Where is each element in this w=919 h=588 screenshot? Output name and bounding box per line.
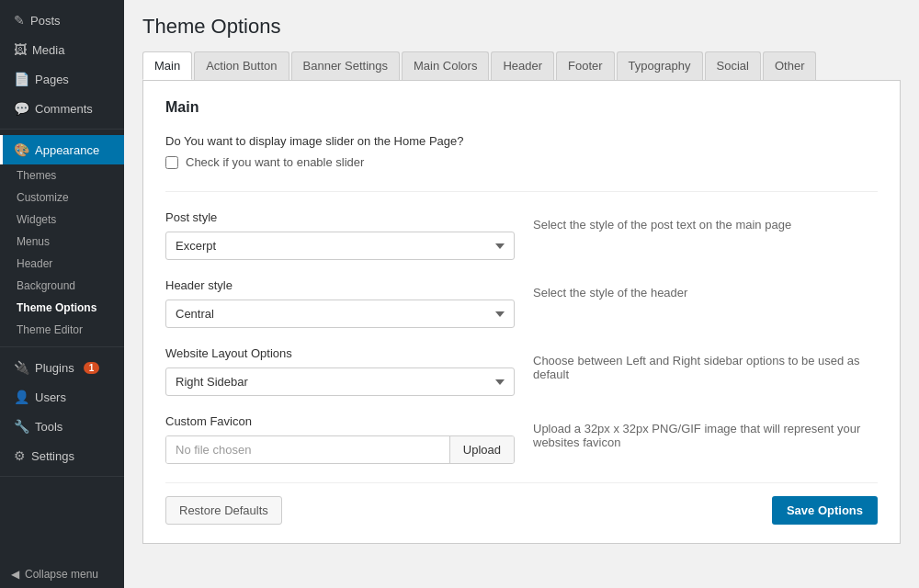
tab-action-button[interactable]: Action Button: [194, 51, 289, 80]
plugins-badge: 1: [84, 362, 100, 374]
layout-select[interactable]: Right Sidebar Left Sidebar Full Width: [165, 368, 515, 396]
tab-footer[interactable]: Footer: [556, 51, 615, 80]
sidebar-sub-customize[interactable]: Customize: [0, 187, 124, 209]
sidebar-item-media[interactable]: 🖼 Media: [0, 35, 124, 64]
header-style-row: Header style Central Left Aligned Right …: [165, 278, 878, 328]
slider-checkbox-row: Check if you want to enable slider: [165, 155, 878, 169]
sidebar-item-label: Appearance: [35, 143, 99, 157]
favicon-label: Custom Favicon: [165, 414, 515, 428]
page-title: Theme Options: [142, 15, 901, 39]
layout-description: Choose between Left and Right sidebar op…: [533, 346, 878, 381]
sidebar-item-users[interactable]: 👤 Users: [0, 382, 124, 412]
favicon-description: Upload a 32px x 32px PNG/GIF image that …: [533, 414, 878, 449]
sidebar-plugins-section: 🔌 Plugins 1 👤 Users 🔧 Tools ⚙ Settings: [0, 347, 124, 477]
comments-icon: 💬: [14, 101, 29, 116]
post-style-select[interactable]: Excerpt Full Post Summary: [165, 232, 515, 260]
slider-checkbox-label[interactable]: Check if you want to enable slider: [186, 155, 364, 169]
layout-row: Website Layout Options Right Sidebar Lef…: [165, 346, 878, 396]
sidebar-item-posts[interactable]: ✎ Posts: [0, 6, 124, 35]
sidebar-item-appearance[interactable]: 🎨 Appearance: [0, 135, 124, 164]
divider-1: [165, 191, 878, 192]
favicon-col: Custom Favicon No file chosen Upload: [165, 414, 515, 464]
appearance-icon: 🎨: [14, 142, 29, 157]
collapse-arrow-icon: ◀: [11, 568, 19, 581]
sidebar-item-settings[interactable]: ⚙ Settings: [0, 441, 124, 470]
post-style-row: Post style Excerpt Full Post Summary Sel…: [165, 210, 878, 260]
header-style-col: Header style Central Left Aligned Right …: [165, 278, 515, 328]
file-upload-text: No file chosen: [166, 436, 449, 463]
sidebar-item-label: Media: [32, 43, 64, 57]
sidebar: ✎ Posts 🖼 Media 📄 Pages 💬 Comments 🎨 App…: [0, 0, 124, 588]
collapse-menu-button[interactable]: ◀ Collapse menu: [0, 560, 124, 588]
sidebar-nav: ✎ Posts 🖼 Media 📄 Pages 💬 Comments: [0, 0, 124, 130]
sidebar-sub-widgets[interactable]: Widgets: [0, 209, 124, 231]
tab-main[interactable]: Main: [142, 51, 192, 80]
pages-icon: 📄: [14, 72, 29, 86]
sidebar-appearance-section: 🎨 Appearance Themes Customize Widgets Me…: [0, 130, 124, 347]
post-style-description: Select the style of the post text on the…: [533, 210, 878, 232]
sidebar-item-label: Tools: [35, 420, 62, 434]
tab-social[interactable]: Social: [705, 51, 761, 80]
main-content: Theme Options Main Action Button Banner …: [124, 0, 919, 588]
sidebar-sub-menus[interactable]: Menus: [0, 231, 124, 253]
users-icon: 👤: [14, 390, 29, 404]
layout-col: Website Layout Options Right Sidebar Lef…: [165, 346, 515, 396]
sidebar-sub-theme-options[interactable]: Theme Options: [0, 297, 124, 319]
sidebar-item-label: Settings: [31, 449, 74, 463]
card-title: Main: [165, 99, 878, 116]
sidebar-item-plugins[interactable]: 🔌 Plugins 1: [0, 353, 124, 382]
save-options-button[interactable]: Save Options: [772, 496, 878, 525]
sidebar-sub-header[interactable]: Header: [0, 253, 124, 275]
plugins-icon: 🔌: [14, 360, 29, 375]
sidebar-item-label: Users: [35, 390, 66, 404]
collapse-menu-label: Collapse menu: [25, 568, 98, 581]
header-style-label: Header style: [165, 278, 515, 292]
header-style-description: Select the style of the header: [533, 278, 878, 300]
layout-label: Website Layout Options: [165, 346, 515, 360]
tab-typography[interactable]: Typography: [617, 51, 703, 80]
post-style-label: Post style: [165, 210, 515, 224]
favicon-row: Custom Favicon No file chosen Upload Upl…: [165, 414, 878, 464]
settings-icon: ⚙: [14, 448, 26, 463]
sidebar-sub-themes[interactable]: Themes: [0, 164, 124, 187]
sidebar-item-label: Posts: [30, 14, 61, 28]
header-style-select[interactable]: Central Left Aligned Right Aligned: [165, 300, 515, 328]
tools-icon: 🔧: [14, 419, 29, 434]
sidebar-item-label: Comments: [35, 102, 93, 116]
sidebar-item-tools[interactable]: 🔧 Tools: [0, 412, 124, 441]
tab-header[interactable]: Header: [491, 51, 554, 80]
restore-defaults-button[interactable]: Restore Defaults: [165, 496, 282, 525]
card-footer: Restore Defaults Save Options: [165, 482, 878, 525]
tab-banner-settings[interactable]: Banner Settings: [291, 51, 401, 80]
sidebar-sub-background[interactable]: Background: [0, 275, 124, 297]
sidebar-item-comments[interactable]: 💬 Comments: [0, 94, 124, 123]
slider-checkbox[interactable]: [165, 156, 178, 169]
slider-question: Do You want to display image slider on t…: [165, 134, 878, 148]
post-style-col: Post style Excerpt Full Post Summary: [165, 210, 515, 260]
posts-icon: ✎: [14, 13, 25, 28]
file-upload-row: No file chosen Upload: [165, 435, 515, 464]
sidebar-sub-theme-editor[interactable]: Theme Editor: [0, 319, 124, 341]
media-icon: 🖼: [14, 42, 27, 57]
slider-section: Do You want to display image slider on t…: [165, 134, 878, 169]
sidebar-item-label: Plugins: [35, 361, 74, 375]
tabs-bar: Main Action Button Banner Settings Main …: [142, 51, 901, 80]
sidebar-item-label: Pages: [35, 73, 69, 86]
tab-other[interactable]: Other: [763, 51, 817, 80]
tab-main-colors[interactable]: Main Colors: [402, 51, 489, 80]
sidebar-item-pages[interactable]: 📄 Pages: [0, 64, 124, 94]
upload-button[interactable]: Upload: [449, 436, 514, 463]
main-card: Main Do You want to display image slider…: [142, 80, 901, 544]
